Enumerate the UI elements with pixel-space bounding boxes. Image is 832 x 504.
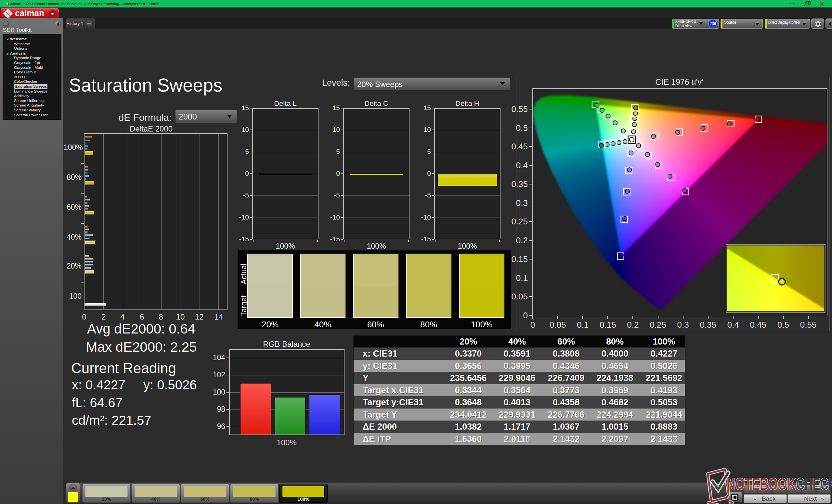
svg-text:NOTEBOOK: NOTEBOOK (727, 475, 796, 493)
svg-text:calman: calman (15, 8, 44, 18)
svg-text:CHECK: CHECK (796, 475, 832, 493)
